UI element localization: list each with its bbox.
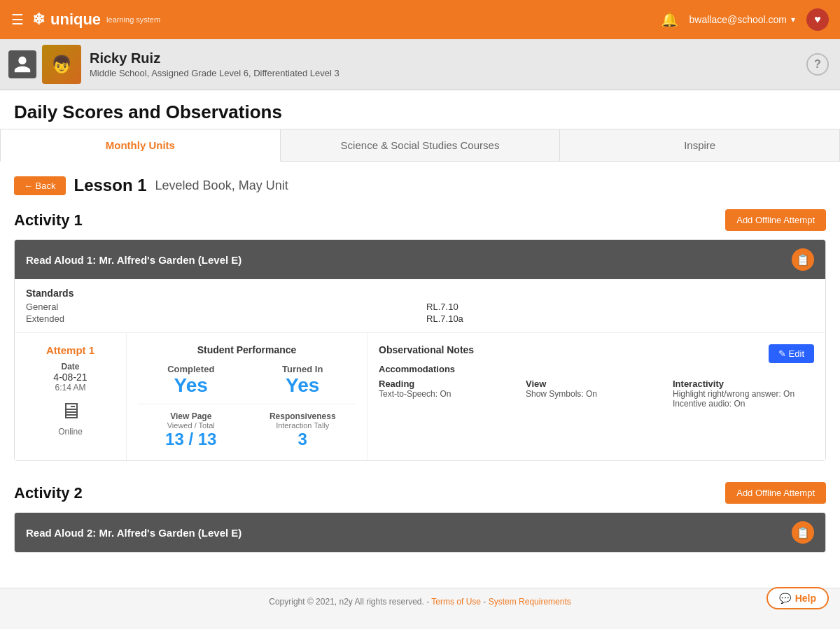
responsiveness-value: 3 xyxy=(250,430,356,449)
view-page-value: 13 / 13 xyxy=(138,430,244,449)
help-button[interactable]: 💬 Help xyxy=(766,587,829,609)
student-details: Middle School, Assigned Grade Level 6, D… xyxy=(90,68,832,78)
student-avatar: 👦 xyxy=(42,45,81,84)
standards-extended-label: Extended xyxy=(26,313,415,324)
attempt1-time: 6:14 AM xyxy=(26,383,115,393)
turned-in-label: Turned In xyxy=(250,364,356,374)
standards-grid: General RL.7.10 Extended RL.7.10a xyxy=(26,302,814,324)
page-title: Daily Scores and Observations xyxy=(14,101,826,123)
activity1-section: Activity 1 Add Offline Attempt Read Alou… xyxy=(14,209,826,461)
acc-view-label: View xyxy=(526,379,667,389)
header: ☰ ❄ unique learning system 🔔 bwallace@sc… xyxy=(0,0,840,39)
add-offline-button-1[interactable]: Add Offline Attempt xyxy=(725,209,826,231)
hamburger-icon[interactable]: ☰ xyxy=(11,11,24,28)
user-info: bwallace@school.com ▾ xyxy=(690,14,796,25)
online-label: Online xyxy=(26,427,115,437)
performance-grid: Completed Yes Turned In Yes xyxy=(138,364,356,397)
turned-in-item: Turned In Yes xyxy=(250,364,356,397)
lesson-title: Lesson 1 xyxy=(74,176,147,195)
completed-item: Completed Yes xyxy=(138,364,244,397)
user-email: bwallace@school.com xyxy=(690,14,788,25)
logo: ❄ unique learning system xyxy=(32,10,160,29)
activity2-section: Activity 2 Add Offline Attempt Read Alou… xyxy=(14,482,826,553)
performance-grid2: View Page Viewed / Total 13 / 13 Respons… xyxy=(138,411,356,449)
activity1-title: Activity 1 xyxy=(14,211,83,229)
view-page-item: View Page Viewed / Total 13 / 13 xyxy=(138,411,244,449)
acc-interactivity-value1: Highlight right/wrong answer: On xyxy=(673,389,814,399)
favorites-button[interactable]: ♥ xyxy=(806,8,829,31)
acc-interactivity-value2: Incentive audio: On xyxy=(673,399,814,409)
tab-monthly-units[interactable]: Monthly Units xyxy=(0,129,281,162)
add-offline-button-2[interactable]: Add Offline Attempt xyxy=(725,482,826,504)
activity2-card-header: Read Aloud 2: Mr. Alfred's Garden (Level… xyxy=(15,513,825,552)
observations-col: Observational Notes ✎ Edit Accommodation… xyxy=(368,333,825,460)
lesson-subtitle: Leveled Book, May Unit xyxy=(155,178,288,193)
standards-general-value: RL.7.10 xyxy=(426,302,814,312)
help-label: Help xyxy=(795,593,816,604)
edit-button[interactable]: ✎ Edit xyxy=(769,344,814,363)
accommodations-title: Accommodations xyxy=(379,364,814,374)
standards-title: Standards xyxy=(26,288,814,299)
footer-separator: - xyxy=(483,597,488,607)
student-photo: 👦 xyxy=(42,45,81,84)
attempt1-label: Attempt 1 xyxy=(26,344,115,356)
terms-of-use-link[interactable]: Terms of Use xyxy=(431,597,481,607)
acc-reading-value: Text-to-Speech: On xyxy=(379,389,520,399)
activity1-card: Read Aloud 1: Mr. Alfred's Garden (Level… xyxy=(14,239,826,461)
student-bar: 👦 Ricky Ruiz Middle School, Assigned Gra… xyxy=(0,39,840,90)
activity2-card: Read Aloud 2: Mr. Alfred's Garden (Level… xyxy=(14,512,826,553)
completed-label: Completed xyxy=(138,364,244,374)
student-help-button[interactable]: ? xyxy=(806,53,829,76)
standards-row: Standards General RL.7.10 Extended RL.7.… xyxy=(15,279,825,333)
accommodations-grid: Reading Text-to-Speech: On View Show Sym… xyxy=(379,379,814,409)
back-button[interactable]: ← Back xyxy=(14,176,66,195)
header-right: 🔔 bwallace@school.com ▾ ♥ xyxy=(661,8,830,31)
acc-reading-label: Reading xyxy=(379,379,520,389)
activity2-header: Activity 2 Add Offline Attempt xyxy=(14,482,826,504)
attempt1-col: Attempt 1 Date 4-08-21 6:14 AM 🖥 Online xyxy=(15,333,127,460)
responsiveness-label: Responsiveness xyxy=(250,411,356,421)
attempt1-date: 4-08-21 xyxy=(26,372,115,383)
tab-science-social[interactable]: Science & Social Studies Courses xyxy=(281,129,561,161)
acc-view-value: Show Symbols: On xyxy=(526,389,667,399)
bell-icon[interactable]: 🔔 xyxy=(661,11,678,28)
turned-in-value: Yes xyxy=(250,374,356,397)
monitor-icon: 🖥 xyxy=(26,398,115,424)
activity1-card-header: Read Aloud 1: Mr. Alfred's Garden (Level… xyxy=(15,240,825,279)
obs-title: Observational Notes xyxy=(379,344,814,355)
page-title-area: Daily Scores and Observations xyxy=(0,90,840,129)
responsiveness-item: Responsiveness Interaction Tally 3 xyxy=(250,411,356,449)
system-requirements-link[interactable]: System Requirements xyxy=(489,597,571,607)
standards-general-label: General xyxy=(26,302,415,312)
student-icon xyxy=(8,50,36,78)
student-info: Ricky Ruiz Middle School, Assigned Grade… xyxy=(90,50,832,78)
view-page-label: View Page xyxy=(138,411,244,421)
date-label: Date xyxy=(26,362,115,372)
completed-value: Yes xyxy=(138,374,244,397)
attempt1-row: Attempt 1 Date 4-08-21 6:14 AM 🖥 Online … xyxy=(15,333,825,460)
logo-subtitle: learning system xyxy=(106,15,160,24)
clipboard-icon-1[interactable]: 📋 xyxy=(792,248,814,271)
snowflake-icon: ❄ xyxy=(32,10,45,29)
clipboard-icon-2[interactable]: 📋 xyxy=(792,521,814,544)
footer: Copyright © 2021, n2y All rights reserve… xyxy=(0,588,840,615)
performance-col: Student Performance Completed Yes Turned… xyxy=(127,333,368,460)
activity1-header: Activity 1 Add Offline Attempt xyxy=(14,209,826,231)
chat-icon: 💬 xyxy=(779,593,791,604)
student-name: Ricky Ruiz xyxy=(90,50,832,66)
lesson-header: ← Back Lesson 1 Leveled Book, May Unit xyxy=(14,176,826,195)
footer-copyright: Copyright © 2021, n2y All rights reserve… xyxy=(269,597,429,607)
acc-view: View Show Symbols: On xyxy=(526,379,667,409)
acc-reading: Reading Text-to-Speech: On xyxy=(379,379,520,409)
chevron-down-icon[interactable]: ▾ xyxy=(791,15,795,24)
acc-interactivity: Interactivity Highlight right/wrong answ… xyxy=(673,379,814,409)
logo-name: unique xyxy=(50,10,101,29)
activity1-card-title: Read Aloud 1: Mr. Alfred's Garden (Level… xyxy=(26,254,241,266)
tab-inspire[interactable]: Inspire xyxy=(560,129,840,161)
activity2-title: Activity 2 xyxy=(14,484,83,502)
view-page-sub: Viewed / Total xyxy=(138,421,244,430)
tabs: Monthly Units Science & Social Studies C… xyxy=(0,129,840,162)
content-area: ← Back Lesson 1 Leveled Book, May Unit A… xyxy=(0,162,840,588)
responsiveness-sub: Interaction Tally xyxy=(250,421,356,430)
header-left: ☰ ❄ unique learning system xyxy=(11,10,160,29)
